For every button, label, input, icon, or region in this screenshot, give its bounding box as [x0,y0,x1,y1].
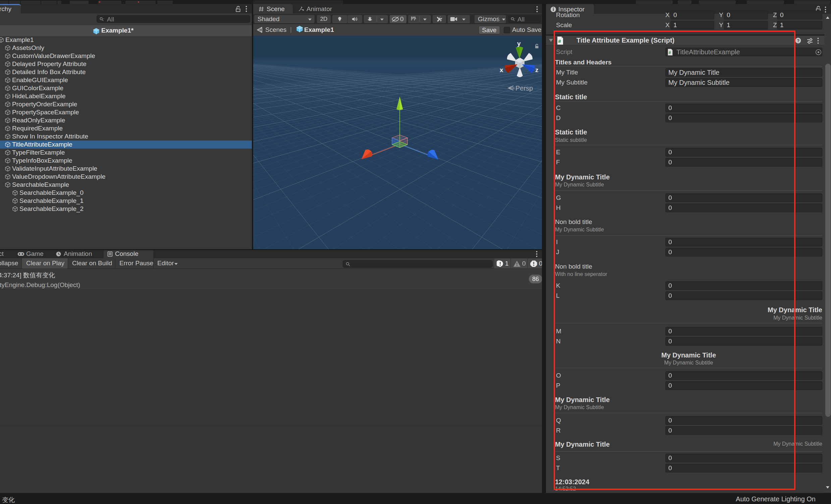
svg-text:Persp: Persp [515,85,533,92]
svg-text:x: x [500,66,504,73]
svg-text:y: y [517,40,521,47]
svg-text:?: ? [797,38,800,43]
svg-text:z: z [535,66,539,73]
